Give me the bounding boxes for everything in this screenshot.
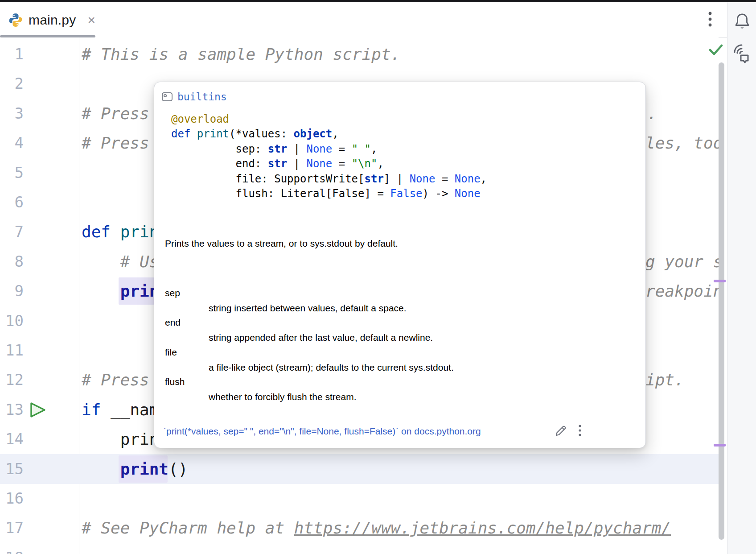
signature-line: @overload — [171, 112, 487, 127]
line-number[interactable]: 14 — [0, 424, 24, 454]
popup-header: builtins — [161, 90, 227, 103]
param-description: whether to forcibly flush the stream. — [209, 392, 356, 402]
param-description: string inserted between values, default … — [209, 303, 407, 314]
line-number[interactable]: 12 — [0, 365, 24, 395]
code-text-fragment: g your s — [645, 247, 719, 277]
function-description: Prints the values to a stream, or to sys… — [165, 238, 398, 249]
code-text: # See PyCharm help at https://www.jetbra… — [82, 513, 719, 543]
param-name: end — [165, 317, 181, 328]
code-text: # Use a breakpoint in the code line belo… — [120, 247, 154, 277]
code-text-fragment: reakpoin — [645, 276, 719, 306]
ai-assistant-icon[interactable] — [732, 43, 752, 64]
tab-close-icon[interactable]: × — [87, 13, 95, 27]
code-text: # This is a sample Python script. — [82, 39, 719, 69]
line-number[interactable]: 6 — [0, 187, 24, 217]
param-description: a file-like object (stream); defaults to… — [209, 362, 454, 373]
line-number[interactable]: 9 — [0, 276, 24, 306]
line-number[interactable]: 18 — [0, 543, 24, 554]
tab-main-py[interactable]: main.py × — [0, 2, 95, 37]
code-text: # Press Double ⇧ to search everywhere fo… — [82, 128, 154, 158]
editor-scrollbar[interactable] — [719, 62, 724, 540]
code-text: print_hi('PyCharm') — [120, 276, 154, 306]
editor-options-kebab-icon[interactable] — [703, 10, 717, 29]
signature-line: end: str | None = "\n", — [171, 157, 487, 171]
code-text: # Press ⇧F10 to execute it or replace it… — [82, 99, 154, 128]
line-number[interactable]: 10 — [0, 306, 24, 336]
code-line[interactable]: 17# See PyCharm help at https://www.jetb… — [0, 513, 719, 543]
inspections-ok-check-icon[interactable] — [708, 43, 724, 57]
code-text-fragment: ipt. — [645, 365, 684, 395]
code-text — [82, 484, 719, 513]
run-gutter-icon[interactable] — [29, 401, 47, 419]
function-signature: @overloaddef print(*values: object, sep:… — [171, 112, 487, 201]
line-number[interactable]: 7 — [0, 217, 24, 247]
code-text: print() — [120, 454, 719, 484]
param-name: flush — [165, 376, 185, 387]
line-number[interactable]: 1 — [0, 39, 24, 69]
code-text-fragment: les, too — [645, 128, 719, 158]
edit-pencil-icon[interactable] — [555, 425, 567, 437]
line-number[interactable]: 4 — [0, 128, 24, 158]
code-line[interactable]: 16 — [0, 484, 719, 513]
signature-line: file: SupportsWrite[str] | None = None, — [171, 172, 487, 186]
code-text: if __name__ == '__main__': — [82, 395, 154, 425]
line-number[interactable]: 15 — [0, 454, 24, 484]
code-text-fragment: . — [647, 99, 657, 128]
error-stripe-mark[interactable] — [714, 444, 726, 447]
line-number[interactable]: 13 — [0, 395, 24, 425]
param-description: string appended after the last value, de… — [209, 332, 433, 343]
line-number[interactable]: 17 — [0, 513, 24, 543]
line-number[interactable]: 5 — [0, 158, 24, 188]
line-number[interactable]: 3 — [0, 99, 24, 128]
module-icon — [161, 91, 173, 102]
code-text: def print_hi(name): — [82, 217, 154, 247]
tab-title: main.py — [29, 12, 76, 28]
external-doc-link[interactable]: `print(*values, sep=" ", end="\n", file=… — [163, 426, 550, 439]
error-stripe-mark[interactable] — [714, 280, 726, 282]
popup-divider — [168, 225, 632, 225]
documentation-popup: builtins @overloaddef print(*values: obj… — [154, 82, 646, 448]
line-number[interactable]: 11 — [0, 335, 24, 365]
param-name: sep — [165, 288, 180, 298]
line-number[interactable]: 2 — [0, 69, 24, 99]
param-name: file — [165, 347, 177, 358]
line-number[interactable]: 8 — [0, 247, 24, 277]
popup-options-kebab-icon[interactable] — [577, 424, 583, 438]
signature-line: sep: str | None = " ", — [171, 142, 487, 157]
python-file-icon — [8, 12, 23, 28]
module-link[interactable]: builtins — [177, 91, 227, 103]
line-number[interactable]: 16 — [0, 484, 24, 513]
notifications-bell-icon[interactable] — [733, 12, 751, 32]
code-line[interactable]: 15print() — [0, 454, 719, 484]
code-text: # Press the green button in the gutter t… — [82, 365, 154, 395]
signature-line: flush: Literal[False] = False) -> None — [171, 186, 487, 201]
code-text: print_hi('PyCharm') — [120, 424, 154, 454]
code-line[interactable]: 1# This is a sample Python script. — [0, 39, 719, 69]
signature-line: def print(*values: object, — [171, 127, 487, 141]
editor-tab-bar: main.py × — [0, 2, 727, 38]
code-line[interactable]: 18 — [0, 543, 719, 554]
code-text — [82, 543, 719, 554]
right-tool-window-stripe — [727, 2, 756, 554]
